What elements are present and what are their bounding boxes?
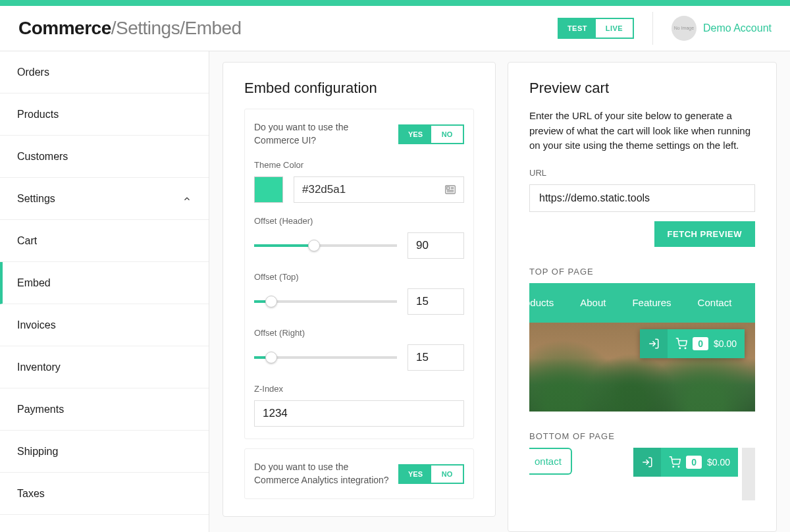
svg-point-7 <box>679 348 681 349</box>
offset-header-input[interactable]: 90 <box>408 232 464 259</box>
nav-about[interactable]: About <box>580 297 606 308</box>
config-title: Embed configuration <box>244 80 474 97</box>
color-swatch[interactable] <box>254 176 283 203</box>
mode-test[interactable]: TEST <box>559 19 596 38</box>
embed-config-card: Embed configuration Do you want to use t… <box>223 62 496 517</box>
analytics-yes[interactable]: YES <box>400 466 431 483</box>
use-ui-panel: Do you want to use the Commerce UI? YES … <box>244 109 474 439</box>
z-index-label: Z-Index <box>254 384 464 394</box>
offset-top-label: Offset (Top) <box>254 272 464 282</box>
scrollbar[interactable] <box>742 448 755 500</box>
svg-point-8 <box>685 348 686 349</box>
brand-topbar <box>0 0 790 6</box>
cart-icon-seg[interactable]: 0 $0.00 <box>668 329 745 358</box>
account-name: Demo Account <box>703 22 772 34</box>
cart-widget-top[interactable]: 0 $0.00 <box>640 329 745 358</box>
cart-amount-bottom: $0.00 <box>707 457 730 467</box>
account-menu[interactable]: No Image Demo Account <box>672 16 772 41</box>
offset-header-label: Offset (Header) <box>254 216 464 226</box>
cart-widget-bottom[interactable]: 0 $0.00 <box>633 448 738 477</box>
cart-icon-seg-bottom[interactable]: 0 $0.00 <box>661 448 738 477</box>
nav-contact[interactable]: Contact <box>698 297 732 308</box>
use-ui-toggle[interactable]: YES NO <box>398 124 464 144</box>
cart-icon <box>669 456 681 468</box>
chevron-up-icon <box>182 194 192 203</box>
mode-live[interactable]: LIVE <box>596 19 633 38</box>
svg-point-11 <box>678 466 679 467</box>
analytics-question: Do you want to use the Commerce Analytic… <box>254 461 389 487</box>
url-input[interactable]: https://demo.static.tools <box>529 184 755 212</box>
login-icon[interactable] <box>640 329 668 358</box>
sidebar-item-embed[interactable]: Embed <box>0 262 209 304</box>
avatar: No Image <box>672 16 697 41</box>
analytics-panel: Do you want to use the Commerce Analytic… <box>244 448 474 499</box>
sidebar-item-taxes[interactable]: Taxes <box>0 473 209 515</box>
bottom-preview: ontact 0 $0.00 <box>529 448 755 500</box>
preview-desc: Enter the URL of your site below to gene… <box>529 109 755 153</box>
sidebar-item-products[interactable]: Products <box>0 93 209 136</box>
use-ui-question: Do you want to use the Commerce UI? <box>254 121 389 147</box>
sidebar-item-orders[interactable]: Orders <box>0 51 209 93</box>
preview-nav: roducts About Features Contact <box>529 283 755 323</box>
top-preview: roducts About Features Contact 0 $ <box>529 283 755 412</box>
url-label: URL <box>529 168 755 178</box>
offset-top-slider[interactable] <box>254 300 397 303</box>
offset-right-input[interactable]: 15 <box>408 344 464 371</box>
breadcrumb: Commerce/Settings/Embed <box>18 18 242 39</box>
sidebar: Orders Products Customers Settings Cart … <box>0 51 209 532</box>
color-picker-icon[interactable] <box>445 185 456 194</box>
sidebar-item-invoices[interactable]: Invoices <box>0 304 209 346</box>
preview-card: Preview cart Enter the URL of your site … <box>508 62 777 532</box>
offset-right-slider[interactable] <box>254 356 397 359</box>
offset-top-input[interactable]: 15 <box>408 288 464 315</box>
cart-amount: $0.00 <box>714 338 737 349</box>
cart-count: 0 <box>693 337 708 350</box>
svg-point-10 <box>673 466 674 467</box>
login-icon-bottom[interactable] <box>633 448 661 477</box>
theme-color-input[interactable]: #32d5a1 <box>294 176 464 203</box>
analytics-no[interactable]: NO <box>431 466 463 483</box>
svg-rect-1 <box>447 187 450 189</box>
sidebar-item-shipping[interactable]: Shipping <box>0 431 209 473</box>
nav-features[interactable]: Features <box>632 297 671 308</box>
bottom-of-page-label: BOTTOM OF PAGE <box>529 431 755 441</box>
sidebar-item-inventory[interactable]: Inventory <box>0 346 209 388</box>
breadcrumb-path: /Settings/Embed <box>111 18 242 38</box>
top-of-page-label: TOP OF PAGE <box>529 267 755 277</box>
nav-products[interactable]: roducts <box>529 297 554 308</box>
use-ui-no[interactable]: NO <box>431 126 463 143</box>
cart-count-bottom: 0 <box>686 456 702 469</box>
sidebar-item-cart[interactable]: Cart <box>0 220 209 262</box>
sidebar-item-settings[interactable]: Settings <box>0 178 209 220</box>
contact-pill[interactable]: ontact <box>529 448 572 475</box>
cart-icon <box>675 338 687 350</box>
theme-color-label: Theme Color <box>254 160 464 170</box>
divider <box>652 12 653 45</box>
use-ui-yes[interactable]: YES <box>400 126 431 143</box>
offset-header-slider[interactable] <box>254 244 397 247</box>
sidebar-item-payments[interactable]: Payments <box>0 388 209 431</box>
analytics-toggle[interactable]: YES NO <box>398 464 464 484</box>
header: Commerce/Settings/Embed TEST LIVE No Ima… <box>0 6 790 51</box>
mode-toggle[interactable]: TEST LIVE <box>558 18 634 39</box>
preview-title: Preview cart <box>529 80 755 97</box>
z-index-input[interactable]: 1234 <box>254 400 464 427</box>
offset-right-label: Offset (Right) <box>254 328 464 338</box>
sidebar-item-customers[interactable]: Customers <box>0 136 209 178</box>
breadcrumb-root[interactable]: Commerce <box>18 18 111 38</box>
fetch-preview-button[interactable]: FETCH PREVIEW <box>654 221 755 247</box>
